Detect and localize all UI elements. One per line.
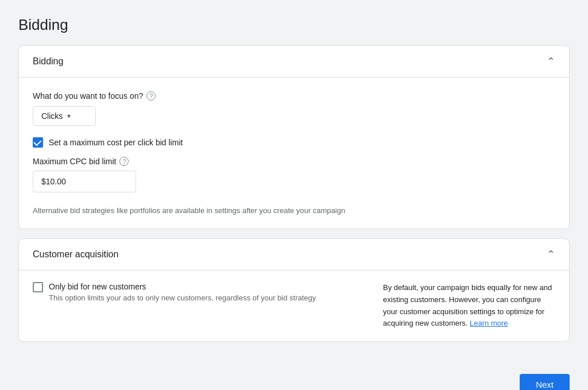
- customer-card-title: Customer acquisition: [33, 249, 118, 260]
- cpc-help-icon[interactable]: ?: [119, 157, 129, 166]
- new-customers-checkbox-row: Only bid for new customers This option l…: [33, 282, 365, 302]
- new-customers-desc: This option limits your ads to only new …: [49, 294, 316, 302]
- customer-left-section: Only bid for new customers This option l…: [33, 282, 365, 330]
- alternative-text: Alternative bid strategies like portfoli…: [33, 206, 555, 215]
- customer-acquisition-card: Customer acquisition ⌃ Only bid for new …: [18, 238, 570, 342]
- next-button[interactable]: Next: [520, 374, 570, 390]
- bidding-collapse-icon[interactable]: ⌃: [547, 55, 555, 68]
- learn-more-link[interactable]: Learn more: [470, 319, 508, 327]
- focus-help-icon[interactable]: ?: [146, 91, 156, 101]
- focus-dropdown[interactable]: Clicks ▾: [33, 106, 96, 126]
- new-customers-checkbox[interactable]: [33, 282, 43, 292]
- focus-field-label: What do you want to focus on? ?: [33, 91, 555, 101]
- customer-collapse-icon[interactable]: ⌃: [547, 248, 555, 261]
- customer-card-header: Customer acquisition ⌃: [19, 239, 569, 271]
- max-cpc-checkbox[interactable]: [33, 137, 43, 148]
- bidding-card-title: Bidding: [33, 56, 63, 67]
- customer-info-section: By default, your campaign bids equally f…: [383, 282, 555, 330]
- max-cpc-checkbox-label: Set a maximum cost per click bid limit: [49, 138, 183, 147]
- customer-info-text: By default, your campaign bids equally f…: [383, 283, 552, 327]
- focus-dropdown-value: Clicks: [41, 111, 63, 121]
- bottom-bar: Next: [0, 367, 588, 390]
- bidding-card-body: What do you want to focus on? ? Clicks ▾…: [19, 78, 569, 229]
- new-customers-label: Only bid for new customers: [49, 282, 316, 291]
- max-cpc-checkbox-row: Set a maximum cost per click bid limit: [33, 137, 555, 148]
- bidding-card: Bidding ⌃ What do you want to focus on? …: [18, 45, 570, 229]
- cpc-limit-input[interactable]: [33, 171, 136, 192]
- cpc-limit-label: Maximum CPC bid limit ?: [33, 157, 555, 166]
- focus-dropdown-arrow-icon: ▾: [67, 112, 71, 120]
- customer-card-body: Only bid for new customers This option l…: [19, 271, 569, 341]
- page-title: Bidding: [18, 16, 570, 34]
- bidding-card-header: Bidding ⌃: [19, 46, 569, 78]
